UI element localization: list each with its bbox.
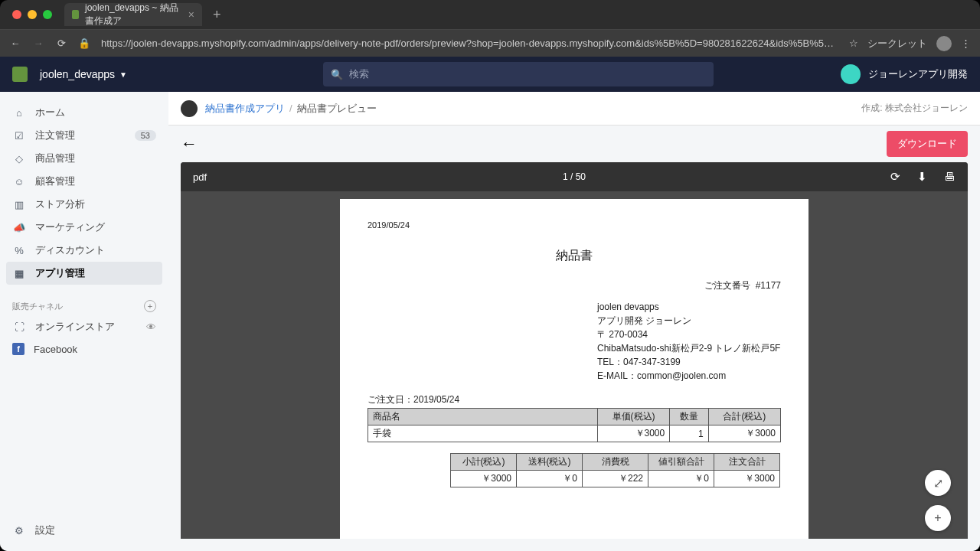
sidebar-item-label: 設定 <box>35 523 55 537</box>
sidebar-item-label: ストア分析 <box>35 197 85 211</box>
download-button[interactable]: ダウンロード <box>887 131 968 157</box>
order-number: ご注文番号 #1177 <box>368 279 781 292</box>
sidebar-item-analytics[interactable]: ▥ストア分析 <box>6 193 162 216</box>
action-bar: ← ダウンロード <box>168 126 980 162</box>
sidebar-item-label: ホーム <box>35 106 65 119</box>
app-icon <box>181 100 198 117</box>
browser-tab[interactable]: joolen_devapps ~ 納品書作成ア × <box>64 3 202 26</box>
doc-date: 2019/05/24 <box>368 220 781 230</box>
favicon <box>72 10 79 19</box>
download-icon[interactable]: ⬇ <box>917 170 927 184</box>
items-table: 商品名 単価(税込) 数量 合計(税込) 手袋 ￥3000 1 ￥3000 <box>368 408 781 442</box>
user-icon: ☺ <box>12 174 26 188</box>
search-placeholder: 検索 <box>349 67 369 81</box>
window-controls <box>12 10 52 19</box>
orders-badge: 53 <box>135 130 156 141</box>
minimize-window[interactable] <box>28 10 37 19</box>
avatar <box>841 64 861 84</box>
sidebar-item-label: ディスカウント <box>35 243 105 257</box>
facebook-icon: f <box>12 343 24 355</box>
eye-icon[interactable]: 👁 <box>146 321 156 333</box>
created-by-label: 作成: 株式会社ジョーレン <box>861 102 968 115</box>
breadcrumb: 納品書作成アプリ / 納品書プレビュー 作成: 株式会社ジョーレン <box>168 92 980 126</box>
home-icon: ⌂ <box>12 106 26 119</box>
orders-icon: ☑ <box>12 129 26 142</box>
incognito-label: シークレット <box>867 37 927 51</box>
lock-icon: 🔒 <box>78 37 90 50</box>
sidebar: ⌂ホーム ☑注文管理53 ◇商品管理 ☺顧客管理 ▥ストア分析 📣マーケティング… <box>0 92 168 551</box>
shop-switcher[interactable]: joolen_devapps ▼ <box>40 68 127 80</box>
sidebar-item-label: アプリ管理 <box>35 266 85 280</box>
back-button[interactable]: ← <box>181 134 198 154</box>
add-channel-button[interactable]: + <box>144 300 156 312</box>
order-date: ご注文日：2019/05/24 <box>368 393 781 406</box>
pdf-title: pdf <box>193 171 207 183</box>
close-window[interactable] <box>12 10 21 19</box>
menu-icon[interactable]: ⋮ <box>961 37 971 49</box>
chevron-down-icon: ▼ <box>119 70 127 79</box>
rotate-icon[interactable]: ⟳ <box>890 170 900 184</box>
tag-icon: ◇ <box>12 152 26 165</box>
shopify-logo <box>12 67 28 82</box>
channel-facebook[interactable]: fFacebook <box>6 338 162 360</box>
sidebar-item-apps[interactable]: ▦アプリ管理 <box>6 262 162 285</box>
close-tab-icon[interactable]: × <box>188 8 194 21</box>
sidebar-item-label: 顧客管理 <box>35 174 75 188</box>
sidebar-item-label: オンラインストア <box>35 320 115 334</box>
summary-table: 小計(税込) 送料(税込) 消費税 値引額合計 注文合計 ￥3000 ￥0 ￥2 <box>450 453 780 487</box>
chart-icon: ▥ <box>12 197 26 211</box>
browser-tab-bar: joolen_devapps ~ 納品書作成ア × + <box>0 0 980 29</box>
pdf-viewer: pdf 1 / 50 ⟳ ⬇ 🖶 2019/05/24 納品書 <box>181 162 968 539</box>
sidebar-item-label: マーケティング <box>35 220 105 234</box>
sidebar-item-orders[interactable]: ☑注文管理53 <box>6 124 162 147</box>
address-bar: ← → ⟳ 🔒 https://joolen-devapps.myshopify… <box>0 29 980 57</box>
sidebar-item-label: 商品管理 <box>35 152 75 165</box>
doc-title: 納品書 <box>368 248 781 264</box>
table-row: 手袋 ￥3000 1 ￥3000 <box>368 425 781 442</box>
megaphone-icon: 📣 <box>12 220 26 234</box>
sidebar-item-label: Facebook <box>34 344 77 355</box>
pdf-page-indicator: 1 / 50 <box>563 171 586 182</box>
pdf-toolbar: pdf 1 / 50 ⟳ ⬇ 🖶 <box>181 162 968 191</box>
star-icon[interactable]: ☆ <box>849 37 858 49</box>
breadcrumb-page: 納品書プレビュー <box>297 102 377 116</box>
user-menu[interactable]: ジョーレンアプリ開発 <box>841 64 968 84</box>
channel-online-store[interactable]: ⛶オンラインストア👁 <box>6 315 162 338</box>
tab-title: joolen_devapps ~ 納品書作成ア <box>85 2 182 28</box>
incognito-icon <box>936 36 952 51</box>
user-name-label: ジョーレンアプリ開発 <box>868 67 968 81</box>
maximize-window[interactable] <box>43 10 52 19</box>
gear-icon: ⚙ <box>12 523 26 537</box>
search-icon: 🔍 <box>331 69 343 80</box>
shop-name-label: joolen_devapps <box>40 68 115 80</box>
shopify-header: joolen_devapps ▼ 🔍 検索 ジョーレンアプリ開発 <box>0 57 980 92</box>
sidebar-item-home[interactable]: ⌂ホーム <box>6 101 162 124</box>
search-input[interactable]: 🔍 検索 <box>323 62 714 86</box>
apps-icon: ▦ <box>12 266 26 280</box>
new-tab-button[interactable]: + <box>208 7 226 23</box>
sidebar-item-marketing[interactable]: 📣マーケティング <box>6 216 162 239</box>
sidebar-item-products[interactable]: ◇商品管理 <box>6 147 162 170</box>
zoom-in-button[interactable]: + <box>925 505 951 531</box>
reload-icon[interactable]: ⟳ <box>55 37 67 50</box>
breadcrumb-app[interactable]: 納品書作成アプリ <box>205 102 285 116</box>
sidebar-item-settings[interactable]: ⚙設定 <box>6 519 162 542</box>
sidebar-item-customers[interactable]: ☺顧客管理 <box>6 170 162 193</box>
seller-info: joolen devapps アプリ開発 ジョーレン 〒 270-0034 Ch… <box>597 300 781 383</box>
url-field[interactable]: https://joolen-devapps.myshopify.com/adm… <box>101 37 838 49</box>
pdf-canvas[interactable]: 2019/05/24 納品書 ご注文番号 #1177 joolen devapp… <box>181 191 968 539</box>
sidebar-item-discounts[interactable]: %ディスカウント <box>6 239 162 262</box>
channels-heading: 販売チャネル + <box>6 294 162 315</box>
fit-page-button[interactable]: ⤢ <box>925 470 951 496</box>
pdf-page: 2019/05/24 納品書 ご注文番号 #1177 joolen devapp… <box>340 199 808 539</box>
print-icon[interactable]: 🖶 <box>944 170 956 184</box>
percent-icon: % <box>12 243 26 257</box>
sidebar-item-label: 注文管理 <box>35 129 75 142</box>
forward-icon[interactable]: → <box>32 37 44 50</box>
back-icon[interactable]: ← <box>9 37 21 50</box>
store-icon: ⛶ <box>12 320 26 334</box>
